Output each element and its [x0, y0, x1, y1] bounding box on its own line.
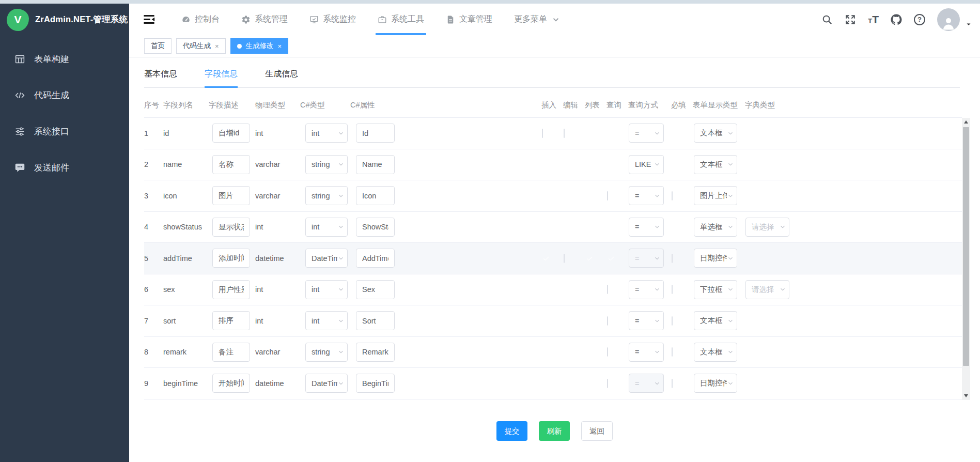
gear-icon — [241, 15, 251, 24]
cs-property-input[interactable] — [356, 218, 395, 237]
display-type-select[interactable]: 文本框 — [694, 155, 737, 174]
field-description-input[interactable] — [212, 311, 250, 330]
sidebar-item-code-gen[interactable]: 代码生成 — [0, 77, 129, 113]
cs-property-input[interactable] — [356, 280, 395, 299]
display-type-select[interactable]: 文本框 — [694, 311, 737, 330]
cs-property-input[interactable] — [356, 186, 395, 205]
avatar[interactable] — [937, 8, 960, 31]
table-scrollbar[interactable] — [962, 118, 970, 400]
physical-type: int — [255, 223, 300, 231]
insert-checkbox[interactable] — [542, 129, 543, 138]
query-checkbox[interactable] — [607, 347, 608, 357]
cs-type-select[interactable]: string — [305, 186, 348, 205]
tab-gen-info[interactable]: 生成信息 — [265, 69, 298, 87]
display-type-select[interactable]: 图片上传 — [694, 186, 737, 205]
query-mode-select[interactable]: = — [629, 343, 664, 362]
dict-type-select[interactable]: 请选择 — [745, 280, 789, 299]
font-size-icon[interactable]: TT — [868, 14, 879, 25]
edit-checkbox[interactable] — [564, 129, 565, 138]
required-checkbox[interactable] — [672, 316, 673, 326]
field-description-input[interactable] — [212, 249, 250, 268]
query-checkbox[interactable] — [607, 191, 608, 201]
refresh-button[interactable]: 刷新 — [539, 421, 570, 441]
dict-type-select[interactable]: 请选择 — [745, 218, 789, 237]
sidebar-item-send-mail[interactable]: 发送邮件 — [0, 149, 129, 186]
query-checkbox[interactable] — [607, 285, 608, 294]
sidebar-item-system-api[interactable]: 系统接口 — [0, 113, 129, 149]
nav-item-article-mgmt[interactable]: 文章管理 — [435, 4, 503, 35]
display-type-select[interactable]: 日期控件 — [694, 249, 737, 268]
nav-item-system-tools[interactable]: 系统工具 — [367, 4, 435, 35]
field-description-input[interactable] — [212, 124, 250, 143]
query-mode-select[interactable]: = — [629, 124, 664, 143]
row-number: 1 — [144, 129, 163, 137]
query-mode-select[interactable]: = — [629, 311, 664, 330]
nav-item-system-monitor[interactable]: 系统监控 — [299, 4, 367, 35]
query-mode-select[interactable]: = — [629, 186, 664, 205]
cs-type-select[interactable]: DateTime — [305, 249, 348, 268]
cs-type-select[interactable]: string — [305, 155, 348, 174]
col-header: C#类型 — [300, 100, 350, 110]
fullscreen-icon[interactable] — [845, 14, 856, 25]
query-checkbox[interactable] — [607, 316, 608, 326]
field-description-input[interactable] — [212, 186, 250, 205]
tab-field-info[interactable]: 字段信息 — [205, 69, 238, 87]
col-header: 插入 — [541, 100, 563, 110]
scroll-down-icon[interactable] — [962, 392, 970, 400]
required-checkbox[interactable] — [672, 347, 673, 357]
field-description-input[interactable] — [212, 280, 250, 299]
display-type-select[interactable]: 单选框 — [694, 218, 737, 237]
display-type-select[interactable]: 文本框 — [694, 124, 737, 143]
back-button[interactable]: 返回 — [581, 421, 613, 441]
tab-basic-info[interactable]: 基本信息 — [144, 69, 177, 87]
display-type-select[interactable]: 文本框 — [694, 343, 737, 362]
scrollbar-thumb[interactable] — [963, 127, 969, 366]
cs-property-input[interactable] — [356, 249, 395, 268]
query-checkbox[interactable] — [607, 379, 608, 388]
required-checkbox[interactable] — [672, 379, 673, 388]
close-icon[interactable]: × — [215, 42, 219, 50]
required-checkbox[interactable] — [672, 285, 673, 294]
close-icon[interactable]: × — [278, 42, 282, 50]
field-description-input[interactable] — [212, 343, 250, 362]
tag-gen-edit[interactable]: 生成修改 × — [230, 38, 289, 54]
cs-property-input[interactable] — [356, 124, 395, 143]
query-mode-select[interactable]: LIKE — [629, 155, 664, 174]
nav-item-more-menu[interactable]: 更多菜单 — [503, 4, 571, 35]
cs-property-input[interactable] — [356, 155, 395, 174]
sidebar-item-form-builder[interactable]: 表单构建 — [0, 41, 129, 77]
help-icon[interactable]: ? — [914, 14, 925, 25]
query-mode-select[interactable]: = — [629, 280, 664, 299]
field-description-input[interactable] — [212, 218, 250, 237]
required-checkbox[interactable] — [672, 254, 673, 263]
edit-checkbox[interactable] — [564, 254, 565, 263]
cs-type-select[interactable]: int — [305, 280, 348, 299]
query-mode-select[interactable]: = — [629, 218, 664, 237]
tag-home[interactable]: 首页 — [144, 38, 172, 54]
cs-type-select[interactable]: DateTime — [305, 374, 348, 393]
search-icon[interactable] — [821, 14, 833, 25]
field-description-input[interactable] — [212, 374, 250, 393]
field-description-input[interactable] — [212, 155, 250, 174]
scroll-up-icon[interactable] — [962, 118, 970, 126]
cs-property-input[interactable] — [356, 311, 395, 330]
display-type-select[interactable]: 下拉框 — [694, 280, 737, 299]
github-icon[interactable] — [891, 14, 902, 25]
cs-type-select[interactable]: int — [305, 311, 348, 330]
nav-item-system-mgmt[interactable]: 系统管理 — [230, 4, 299, 35]
submit-button[interactable]: 提交 — [496, 421, 527, 441]
cs-type-select[interactable]: int — [305, 218, 348, 237]
cs-property-input[interactable] — [356, 374, 395, 393]
cs-property-input[interactable] — [356, 343, 395, 362]
display-type-select[interactable]: 日期控件 — [694, 374, 737, 393]
tag-code-gen[interactable]: 代码生成 × — [176, 38, 226, 54]
required-checkbox[interactable] — [672, 191, 673, 201]
main-content: 基本信息 字段信息 生成信息 序号 字段列名 字段描述 物理类型 C#类型 C#… — [129, 58, 980, 462]
cs-type-select[interactable]: int — [305, 124, 348, 143]
nav-item-dashboard[interactable]: 控制台 — [170, 4, 230, 35]
avatar-caret-icon[interactable] — [966, 21, 972, 27]
query-mode-select[interactable]: = — [629, 374, 664, 393]
query-mode-select[interactable]: = — [629, 249, 664, 268]
sidebar-collapse-icon[interactable] — [142, 12, 156, 26]
cs-type-select[interactable]: string — [305, 343, 348, 362]
